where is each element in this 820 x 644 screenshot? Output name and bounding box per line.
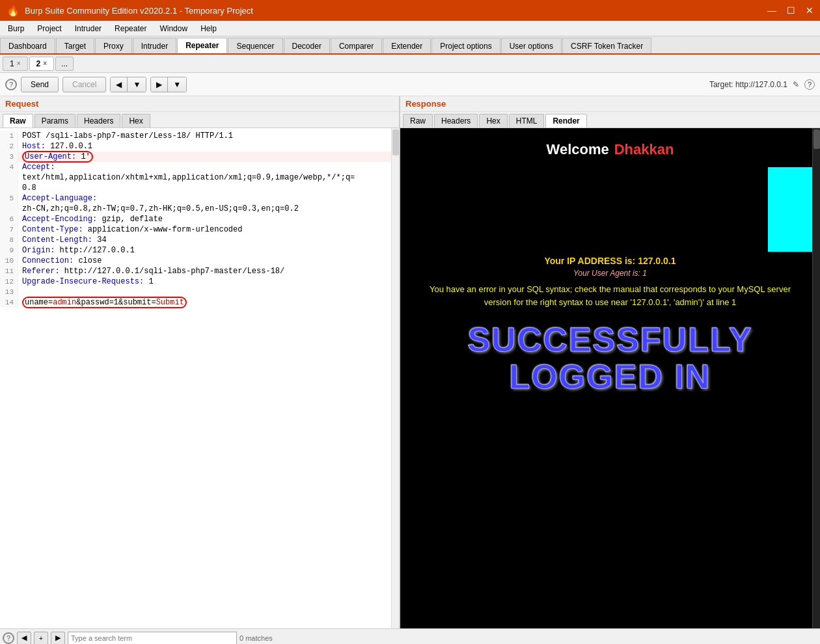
scrollbar-track[interactable] bbox=[391, 128, 399, 628]
response-tab-raw[interactable]: Raw bbox=[403, 114, 433, 127]
spacer bbox=[407, 165, 813, 217]
table-row: zh-CN,zh;q=0.8,zh-TW;q=0.7,zh-HK;q=0.5,e… bbox=[0, 204, 399, 214]
back-dropdown[interactable]: ▼ bbox=[128, 77, 146, 92]
success-line1: SUCCESSFULLY bbox=[407, 321, 813, 358]
response-label: Response bbox=[400, 96, 820, 112]
success-line2: LOGGED IN bbox=[407, 358, 813, 396]
request-content[interactable]: 1 POST /sqli-labs-php7-master/Less-18/ H… bbox=[0, 128, 399, 628]
tab-user-options[interactable]: User options bbox=[501, 38, 562, 53]
response-tab-hex[interactable]: Hex bbox=[479, 114, 507, 127]
tab-repeater[interactable]: Repeater bbox=[177, 38, 227, 53]
forward-nav-group: ▶ ▼ bbox=[150, 77, 187, 92]
repeater-tab-1-close[interactable]: × bbox=[17, 60, 21, 67]
forward-dropdown[interactable]: ▼ bbox=[168, 77, 186, 92]
menu-repeater[interactable]: Repeater bbox=[109, 23, 152, 34]
table-row: 3 User-Agent: 1' bbox=[0, 152, 399, 162]
table-row: 2 Host: 127.0.0.1 bbox=[0, 141, 399, 152]
table-row: 6 Accept-Encoding: gzip, deflate bbox=[0, 214, 399, 224]
cancel-button[interactable]: Cancel bbox=[62, 77, 106, 92]
main-tabs-bar: Dashboard Target Proxy Intruder Repeater… bbox=[0, 36, 820, 55]
maximize-button[interactable]: ☐ bbox=[787, 5, 795, 16]
toolbar: ? Send Cancel ◀ ▼ ▶ ▼ Target: http://127… bbox=[0, 73, 820, 96]
table-row: 8 Content-Length: 34 bbox=[0, 235, 399, 245]
scrollbar-thumb[interactable] bbox=[392, 129, 399, 155]
back-button[interactable]: ◀ bbox=[111, 77, 128, 92]
search-matches: 0 matches bbox=[239, 634, 273, 642]
response-tabs: Raw Headers Hex HTML Render bbox=[400, 112, 820, 128]
tab-comparer[interactable]: Comparer bbox=[331, 38, 382, 53]
target-label: Target: http://127.0.0.1 bbox=[709, 80, 787, 89]
search-prev-button[interactable]: ◀ bbox=[17, 632, 31, 645]
repeater-tab-2-label: 2 bbox=[36, 59, 41, 68]
request-tab-hex[interactable]: Hex bbox=[122, 114, 150, 127]
tab-project-options[interactable]: Project options bbox=[431, 38, 500, 53]
menu-burp[interactable]: Burp bbox=[3, 23, 29, 34]
response-tab-render[interactable]: Render bbox=[545, 114, 586, 127]
username-display: Dhakkan bbox=[614, 141, 674, 158]
response-tab-headers[interactable]: Headers bbox=[434, 114, 478, 127]
titlebar: 🔥 Burp Suite Community Edition v2020.2.1… bbox=[0, 0, 820, 21]
request-panel: Request Raw Params Headers Hex 1 POST /s… bbox=[0, 96, 400, 628]
tab-proxy[interactable]: Proxy bbox=[95, 38, 132, 53]
back-nav-group: ◀ ▼ bbox=[110, 77, 146, 92]
response-panel: Response Raw Headers Hex HTML Render Wel… bbox=[400, 96, 820, 628]
repeater-tab-2-close[interactable]: × bbox=[43, 60, 47, 67]
request-label: Request bbox=[0, 96, 399, 112]
response-scrollbar-thumb[interactable] bbox=[813, 129, 820, 149]
ip-address-text: Your IP ADDRESS is: 127.0.0.1 bbox=[407, 256, 813, 266]
edit-target-icon[interactable]: ✎ bbox=[793, 80, 799, 89]
request-tab-headers[interactable]: Headers bbox=[77, 114, 120, 127]
table-row: 11 Referer: http://127.0.0.1/sqli-labs-p… bbox=[0, 266, 399, 276]
table-row: 5 Accept-Language: bbox=[0, 193, 399, 204]
useragent-text: Your User Agent is: 1 bbox=[407, 269, 813, 278]
minimize-button[interactable]: — bbox=[767, 5, 776, 16]
repeater-tab-1-label: 1 bbox=[10, 59, 14, 68]
tab-intruder[interactable]: Intruder bbox=[133, 38, 176, 53]
search-input[interactable] bbox=[68, 632, 237, 645]
help-icon[interactable]: ? bbox=[5, 79, 17, 90]
table-row: 7 Content-Type: application/x-www-form-u… bbox=[0, 224, 399, 235]
tab-csrf[interactable]: CSRF Token Tracker bbox=[562, 38, 651, 53]
tab-decoder[interactable]: Decoder bbox=[284, 38, 330, 53]
search-more-button[interactable]: ▶ bbox=[51, 632, 65, 645]
menu-help[interactable]: Help bbox=[195, 23, 222, 34]
table-row: 0.8 bbox=[0, 183, 399, 193]
tab-extender[interactable]: Extender bbox=[383, 38, 431, 53]
searchbar: ? ◀ + ▶ 0 matches bbox=[0, 628, 820, 644]
send-button[interactable]: Send bbox=[21, 77, 59, 92]
success-text: SUCCESSFULLY LOGGED IN bbox=[407, 321, 813, 396]
tab-sequencer[interactable]: Sequencer bbox=[228, 38, 282, 53]
app-icon: 🔥 bbox=[7, 5, 20, 17]
welcome-word: Welcome bbox=[547, 141, 609, 158]
menu-intruder[interactable]: Intruder bbox=[70, 23, 107, 34]
repeater-sub-tabs: 1 × 2 × ... bbox=[0, 55, 820, 73]
request-tabs: Raw Params Headers Hex bbox=[0, 112, 399, 128]
forward-button[interactable]: ▶ bbox=[151, 77, 168, 92]
table-row: 1 POST /sqli-labs-php7-master/Less-18/ H… bbox=[0, 131, 399, 141]
table-row: 10 Connection: close bbox=[0, 256, 399, 266]
tab-target[interactable]: Target bbox=[56, 38, 94, 53]
search-help-icon[interactable]: ? bbox=[3, 632, 14, 644]
repeater-tab-1[interactable]: 1 × bbox=[3, 57, 28, 71]
table-row: text/html,application/xhtml+xml,applicat… bbox=[0, 172, 399, 183]
tab-dashboard[interactable]: Dashboard bbox=[0, 38, 55, 53]
render-view: Welcome Dhakkan Your IP ADDRESS is: 127.… bbox=[400, 128, 820, 628]
response-scrollbar-track[interactable] bbox=[812, 128, 820, 628]
table-row: 14 uname=admin&passwd=1&submit=Submit bbox=[0, 297, 399, 308]
response-tab-html[interactable]: HTML bbox=[509, 114, 545, 127]
table-row: 13 bbox=[0, 287, 399, 297]
render-welcome-text: Welcome Dhakkan bbox=[407, 141, 813, 158]
repeater-tab-2[interactable]: 2 × bbox=[29, 57, 55, 71]
menubar: Burp Project Intruder Repeater Window He… bbox=[0, 21, 820, 36]
target-help-icon[interactable]: ? bbox=[804, 79, 815, 90]
table-row: 9 Origin: http://127.0.0.1 bbox=[0, 245, 399, 256]
request-tab-params[interactable]: Params bbox=[34, 114, 75, 127]
table-row: 12 Upgrade-Insecure-Requests: 1 bbox=[0, 276, 399, 287]
menu-window[interactable]: Window bbox=[154, 23, 193, 34]
menu-project[interactable]: Project bbox=[32, 23, 66, 34]
app-title: Burp Suite Community Edition v2020.2.1 -… bbox=[25, 6, 253, 16]
close-button[interactable]: ✕ bbox=[806, 5, 813, 16]
repeater-tab-more[interactable]: ... bbox=[55, 57, 74, 71]
request-tab-raw[interactable]: Raw bbox=[3, 114, 33, 127]
search-next-button[interactable]: + bbox=[34, 632, 48, 645]
